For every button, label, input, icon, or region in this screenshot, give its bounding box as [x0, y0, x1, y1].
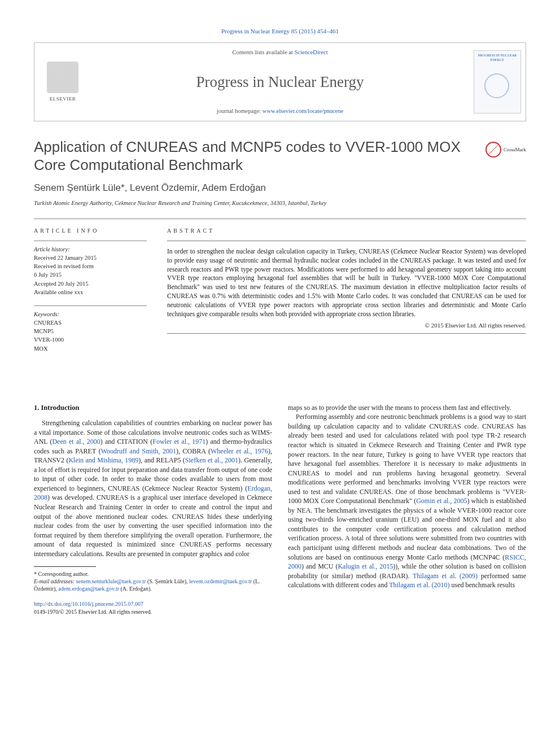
received-date: Received 22 January 2015	[34, 254, 147, 262]
intro-paragraph-2: Performing assembly and core neutronic b…	[288, 412, 526, 589]
journal-name: Progress in Nuclear Energy	[196, 72, 364, 92]
email-addresses: E-mail addresses: senem.senturklule@taek…	[34, 578, 272, 592]
email-label: E-mail addresses:	[34, 578, 75, 584]
citation-link[interactable]: Siefken et al., 2001	[185, 456, 238, 464]
section-heading-introduction: 1. Introduction	[34, 403, 272, 413]
online-date: Available online xxx	[34, 289, 147, 296]
text-run: Performing assembly and core neutronic b…	[288, 413, 526, 505]
citation-link[interactable]: Woodruff and Smith, 2001	[101, 447, 176, 455]
citation-link[interactable]: Gomin et al., 2005	[416, 497, 467, 505]
text-run: used benchmark results	[449, 581, 515, 589]
email-link[interactable]: levent.ozdemir@taek.gov.tr	[189, 578, 252, 584]
article-info-label: ARTICLE INFO	[34, 227, 147, 235]
divider	[34, 219, 526, 219]
article-history-label: Article history:	[34, 246, 147, 254]
crossmark-badge[interactable]: CrossMark	[485, 142, 526, 158]
citation-link[interactable]: Deen et al., 2000	[52, 438, 100, 445]
issn-copyright: 0149-1970/© 2015 Elsevier Ltd. All right…	[34, 609, 152, 615]
divider	[34, 241, 147, 241]
homepage-prefix: journal homepage:	[217, 108, 262, 114]
crossmark-label: CrossMark	[504, 146, 526, 153]
text-run: (S. Şentürk Lüle),	[146, 578, 189, 584]
author-list: Senem Şentürk Lüle*, Levent Özdemir, Ade…	[34, 182, 526, 195]
text-run: ) was developed. CNUREAS is a graphical …	[34, 493, 272, 557]
elsevier-text: ELSEVIER	[50, 95, 76, 102]
text-run: ) and CITATION (	[100, 438, 152, 445]
body-columns: 1. Introduction Strengthening calculatio…	[34, 403, 526, 616]
keyword: MCNP5	[34, 327, 147, 335]
citation-link[interactable]: Fowler et al., 1971	[152, 438, 205, 445]
elsevier-tree-icon	[47, 62, 78, 93]
doi-block: http://dx.doi.org/10.1016/j.pnucene.2015…	[34, 600, 272, 616]
homepage-link[interactable]: www.elsevier.com/locate/pnucene	[262, 108, 343, 114]
keywords-label: Keywords:	[34, 311, 147, 318]
footnote-separator	[34, 566, 96, 567]
keyword: VVER-1000	[34, 336, 147, 344]
citation-line: Progress in Nuclear Energy 85 (2015) 454…	[34, 27, 526, 36]
text-run: ) and MCU (	[301, 562, 338, 570]
abstract-text: In order to strengthen the nuclear desig…	[167, 247, 526, 319]
divider	[167, 241, 526, 242]
doi-link[interactable]: http://dx.doi.org/10.1016/j.pnucene.2015…	[34, 601, 143, 607]
citation-link[interactable]: Wheeler et al., 1976	[211, 447, 268, 455]
text-run: (A. Erdoğan).	[119, 586, 152, 592]
cover-thumbnail: PROGRESS IN NUCLEAR ENERGY	[474, 50, 521, 113]
affiliation: Turkish Atomic Energy Authority, Cekmece…	[34, 199, 526, 207]
accepted-date: Accepted 20 July 2015	[34, 280, 147, 288]
email-link[interactable]: adem.erdogan@taek.gov.tr	[58, 586, 119, 592]
contents-prefix: Contents lists available at	[232, 49, 294, 55]
text-run: ), and RELAP5 (	[138, 456, 185, 464]
citation-link[interactable]: Klein and Mishima, 1989	[68, 456, 138, 464]
cover-title-text: PROGRESS IN NUCLEAR ENERGY	[478, 54, 517, 62]
revised-date-line2: 6 July 2015	[34, 271, 147, 279]
elsevier-logo: ELSEVIER	[34, 43, 91, 121]
abstract-label: ABSTRACT	[167, 227, 526, 235]
intro-paragraph-1: Strengthening calculation capabilities o…	[34, 418, 272, 558]
abstract-column: ABSTRACT In order to strengthen the nucl…	[167, 227, 526, 353]
citation-link[interactable]: Thilagam et al. (2009)	[413, 572, 478, 580]
sciencedirect-link[interactable]: ScienceDirect	[295, 49, 328, 55]
intro-paragraph-1-continued: maps so as to provide the user with the …	[288, 403, 526, 413]
divider	[34, 305, 147, 306]
homepage-line: journal homepage: www.elsevier.com/locat…	[217, 107, 343, 115]
journal-header: ELSEVIER Contents lists available at Sci…	[34, 42, 526, 121]
article-info-column: ARTICLE INFO Article history: Received 2…	[34, 227, 147, 353]
abstract-copyright: © 2015 Elsevier Ltd. All rights reserved…	[167, 321, 526, 330]
contents-lists-line: Contents lists available at ScienceDirec…	[232, 49, 327, 56]
article-title: Application of CNUREAS and MCNP5 codes t…	[34, 138, 479, 174]
text-run: ) which is established by NEA. The bench…	[288, 497, 526, 561]
citation-link[interactable]: Thilagam et al. (2010)	[389, 581, 449, 589]
journal-cover: PROGRESS IN NUCLEAR ENERGY	[469, 43, 526, 121]
atom-icon	[484, 73, 509, 98]
keyword: CNUREAS	[34, 319, 147, 327]
text-run: ), COBRA (	[176, 447, 211, 455]
citation-link[interactable]: Kalugin et al., 2015	[338, 562, 393, 570]
divider	[167, 333, 526, 334]
corresponding-author-note: * Corresponding author.	[34, 570, 272, 578]
revised-date-line1: Received in revised form	[34, 263, 147, 270]
header-center: Contents lists available at ScienceDirec…	[91, 43, 469, 121]
keyword: MOX	[34, 345, 147, 353]
crossmark-icon	[485, 142, 501, 158]
email-link[interactable]: senem.senturklule@taek.gov.tr	[76, 578, 146, 584]
